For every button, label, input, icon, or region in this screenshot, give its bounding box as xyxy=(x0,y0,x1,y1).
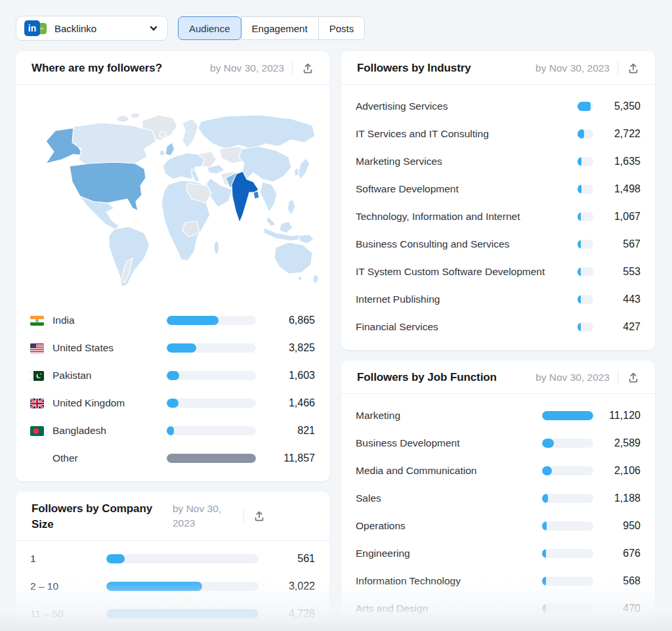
country-value: 1,466 xyxy=(266,397,315,409)
row-value: 676 xyxy=(602,548,640,559)
row-value: 2,589 xyxy=(602,437,640,449)
list-item: Operations 950 xyxy=(341,512,655,540)
country-label: United States xyxy=(52,342,159,354)
country-label: Pakistan xyxy=(52,370,159,381)
list-item: IT Services and IT Consulting 2,722 xyxy=(341,120,655,148)
card-title: Followers by Company Size xyxy=(32,501,173,533)
divider xyxy=(618,62,618,75)
bar-track xyxy=(578,157,593,166)
flag-bangladesh-icon xyxy=(30,426,44,436)
report-date: by Nov 30, 2023 xyxy=(536,370,610,385)
divider xyxy=(292,62,293,75)
row-label: IT System Custom Software Development xyxy=(356,266,578,278)
bar-track xyxy=(167,426,256,435)
row-value: 470 xyxy=(602,603,640,615)
flag-placeholder xyxy=(30,454,44,464)
row-label: Advertising Services xyxy=(356,100,578,112)
bar-fill xyxy=(578,212,581,221)
bar-fill xyxy=(578,185,581,194)
tab-audience[interactable]: Audience xyxy=(178,16,242,40)
bar-track xyxy=(542,494,593,503)
flag-united-states-icon xyxy=(30,343,44,353)
row-value: 427 xyxy=(602,321,640,333)
export-button[interactable] xyxy=(626,61,640,76)
report-date: by Nov 30, 2023 xyxy=(173,502,236,531)
country-value: 11,857 xyxy=(266,452,315,464)
country-value: 6,865 xyxy=(266,315,315,326)
bar-fill xyxy=(578,129,584,139)
row-label: Business Development xyxy=(356,437,542,449)
bar-fill xyxy=(167,426,174,435)
map-bangladesh xyxy=(253,191,259,199)
bar-fill xyxy=(542,521,547,531)
bar-fill xyxy=(167,316,219,325)
bar-fill xyxy=(542,549,546,558)
header-actions: by Nov 30, 2023 xyxy=(210,60,315,76)
export-button[interactable] xyxy=(252,509,266,523)
divider xyxy=(243,510,244,523)
bar-fill xyxy=(106,554,125,563)
bar-track xyxy=(578,295,593,304)
row-value: 568 xyxy=(602,575,640,587)
row-value: 2,722 xyxy=(602,128,640,140)
tab-engagement[interactable]: Engagement xyxy=(241,16,319,40)
row-label: 2 – 10 xyxy=(30,580,96,592)
bar-track xyxy=(542,411,593,420)
bar-fill xyxy=(578,157,581,166)
row-value: 2,106 xyxy=(602,465,640,477)
row-value: 5,350 xyxy=(602,100,640,112)
report-date: by Nov 30, 2023 xyxy=(536,61,610,76)
header-actions: by Nov 30, 2023 xyxy=(536,370,640,385)
export-icon xyxy=(627,62,639,74)
card-header: Followers by Company Size by Nov 30, 202… xyxy=(16,492,329,541)
card-industry: Followers by Industry by Nov 30, 2023 Ad… xyxy=(341,51,655,350)
list-item: 11 – 50 4,728 xyxy=(16,600,329,628)
row-label: Marketing xyxy=(356,410,542,422)
list-item: Business Development 2,589 xyxy=(341,429,655,457)
bar-fill xyxy=(578,240,581,249)
row-label: Sales xyxy=(356,492,542,504)
card-title: Where are my followers? xyxy=(32,60,210,76)
export-button[interactable] xyxy=(301,61,315,76)
bar-track xyxy=(542,439,593,448)
card-followers-map: Where are my followers? by Nov 30, 2023 xyxy=(16,51,329,481)
bar-fill xyxy=(578,322,581,332)
export-icon xyxy=(253,510,265,522)
row-label: Marketing Services xyxy=(356,156,578,167)
export-icon xyxy=(627,372,639,383)
world-map[interactable] xyxy=(16,85,329,303)
country-value: 821 xyxy=(266,425,315,437)
export-button[interactable] xyxy=(626,370,640,385)
divider xyxy=(618,371,618,384)
left-column: Where are my followers? by Nov 30, 2023 xyxy=(16,51,329,631)
card-job-function: Followers by Job Function by Nov 30, 202… xyxy=(341,360,655,631)
account-selector[interactable]: in Backlinko xyxy=(16,16,168,41)
bar-fill xyxy=(106,609,259,619)
bar-fill xyxy=(542,577,546,586)
report-date: by Nov 30, 2023 xyxy=(210,61,284,76)
map-united-kingdom xyxy=(165,142,175,156)
card-company-size: Followers by Company Size by Nov 30, 202… xyxy=(16,492,329,631)
list-item: Engineering 676 xyxy=(341,540,655,567)
chevron-down-icon xyxy=(149,24,158,33)
tab-posts[interactable]: Posts xyxy=(318,16,366,40)
bar-track xyxy=(167,343,256,353)
bar-fill xyxy=(542,411,593,420)
row-label: 11 – 50 xyxy=(30,608,96,620)
card-header: Followers by Job Function by Nov 30, 202… xyxy=(341,360,655,394)
list-item: Media and Communication 2,106 xyxy=(341,457,655,485)
bar-track xyxy=(578,185,593,194)
country-value: 1,603 xyxy=(266,370,315,381)
bar-fill xyxy=(542,466,552,475)
bar-track xyxy=(578,102,593,111)
list-item: 1 561 xyxy=(16,545,329,573)
bar-track xyxy=(578,322,593,332)
bar-track xyxy=(167,316,256,325)
bar-track xyxy=(106,554,259,563)
bar-track xyxy=(578,240,593,249)
list-item: United States 3,825 xyxy=(16,334,329,362)
header-actions: by Nov 30, 2023 xyxy=(173,501,266,531)
bar-track xyxy=(167,399,256,408)
export-icon xyxy=(302,62,314,74)
country-label: Other xyxy=(52,452,159,464)
